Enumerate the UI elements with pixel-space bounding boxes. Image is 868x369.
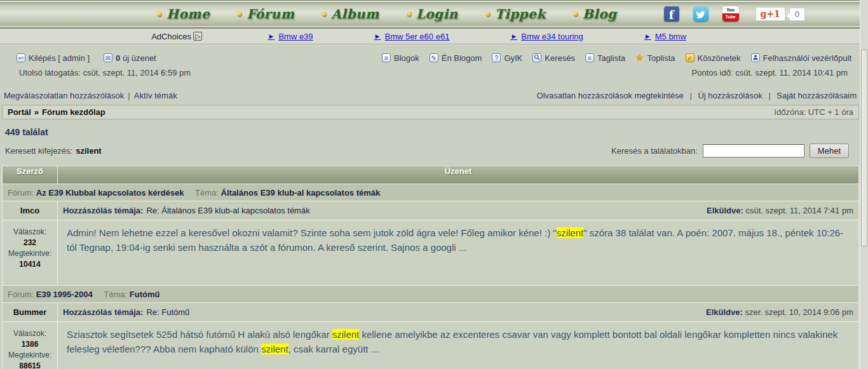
nav-blog-label: Blog	[583, 6, 617, 22]
document-icon: ≡	[382, 53, 391, 62]
subject-label: Hozzászólás témája:	[63, 206, 143, 215]
nav-album-label: Album	[331, 6, 379, 22]
bullet-icon	[574, 12, 578, 17]
message-icon: ✉	[104, 53, 112, 62]
logout-icon: ↩	[17, 53, 25, 62]
logout-link[interactable]: ↩Kilépés [ admin ]	[17, 53, 90, 63]
author-link[interactable]: Bummer	[13, 307, 47, 317]
arrow-icon: ►	[374, 32, 381, 40]
replies-count: 1386	[3, 339, 57, 350]
message-text: Sziasztok segítsetek 525d hátsó futómű H…	[67, 327, 851, 357]
menu-vezerlopult[interactable]: Felhasználói vezérlőpult	[751, 53, 851, 63]
new-messages-link[interactable]: ✉0 új üzenet	[104, 53, 156, 63]
topic-label: Téma:	[195, 188, 219, 198]
author-link[interactable]: Imco	[20, 206, 39, 215]
menu-kereses[interactable]: Keresés	[532, 53, 575, 63]
refine-search: Keresés a találatokban: Mehet	[611, 144, 849, 158]
sent-label: Elküldve:	[706, 307, 743, 317]
timezone-text: Időzóna: UTC + 1 óra	[774, 107, 853, 117]
nav-blog[interactable]: Blog	[574, 6, 617, 22]
ad-bar: AdChoices▷ ►Bmw e39 ►Bmw 5er e60 e61 ►Bm…	[0, 29, 868, 44]
gplus-button[interactable]: g+1	[756, 7, 785, 21]
adchoices-link[interactable]: AdChoices▷	[151, 32, 202, 41]
nav-login[interactable]: Login	[407, 6, 458, 22]
menu-blogok[interactable]: ≡Blogok	[382, 53, 419, 63]
ad-link-label: Bmw e39	[278, 32, 313, 41]
user-bar-right: ≡Blogok ✎Én Blogom ?GyIK Keresés ≡Taglis…	[382, 53, 851, 63]
twitter-icon[interactable]	[693, 6, 709, 22]
nav-home-label: Home	[166, 6, 210, 22]
replies-label: Válaszok:	[3, 328, 57, 339]
menu-gyik[interactable]: ?GyIK	[492, 53, 522, 63]
question-icon: ?	[492, 53, 501, 62]
ad-link-bmw-e34[interactable]: ►Bmw e34 touring	[510, 32, 583, 41]
thanks-icon: ✓	[686, 53, 695, 62]
post-message: Sziasztok segítsetek 525d hátsó futómű H…	[58, 322, 859, 369]
menu-taglista[interactable]: ≡Taglista	[585, 53, 625, 63]
menu-koszonetek[interactable]: ✓Köszönetek	[686, 53, 741, 63]
author-column-header: Szerző	[3, 166, 58, 184]
ad-link-bmw-e39[interactable]: ►Bmw e39	[268, 32, 313, 41]
separator: |	[128, 91, 130, 100]
breadcrumb-forum-home[interactable]: Fórum kezdőlap	[42, 107, 105, 117]
go-button[interactable]: Mehet	[810, 144, 849, 158]
nav-forum-label: Fórum	[247, 6, 294, 22]
refine-label: Keresés a találatokban:	[611, 146, 698, 156]
post-body-row: Válaszok: 1386 Megtekintve: 88615 Sziasz…	[3, 322, 859, 369]
forum-link[interactable]: E39 1995-2004	[36, 290, 93, 299]
link-my-posts[interactable]: Saját hozzászólásaim	[776, 91, 857, 100]
table-header-row: Szerző Üzenet	[3, 166, 859, 184]
section-row: Fórum: E39 1995-2004 Téma: Futómű	[3, 286, 859, 303]
subject-link[interactable]: Re: Futómű	[146, 307, 189, 317]
menu-en-blogom[interactable]: ✎Én Blogom	[430, 53, 482, 63]
refine-search-input[interactable]	[703, 144, 804, 158]
scrollbar-thumb[interactable]	[861, 50, 868, 246]
separator: |	[768, 91, 770, 100]
menu-toplista[interactable]: ★Toplista	[635, 53, 675, 63]
post-stats: Válaszok: 1386 Megtekintve: 88615	[3, 322, 58, 369]
section-row: Fórum: Az E39 Klubbal kapcsolatos kérdés…	[3, 184, 859, 201]
topic-link[interactable]: Futómű	[130, 290, 160, 299]
views-count: 10414	[3, 259, 57, 270]
search-icon	[532, 53, 541, 62]
bullet-icon	[238, 12, 242, 17]
vertical-scrollbar[interactable]	[860, 0, 868, 369]
query-label: Keresett kifejezés:	[5, 146, 72, 156]
nav-home[interactable]: Home	[158, 6, 210, 22]
user-bar-left: ↩Kilépés [ admin ] ✉0 új üzenet	[17, 53, 156, 63]
link-active-topics[interactable]: Aktív témák	[134, 91, 177, 100]
facebook-icon[interactable]: f	[664, 6, 679, 22]
nav-album[interactable]: Album	[322, 6, 379, 22]
link-view-unread-posts[interactable]: Olvasatlan hozzászólások megtekintése	[537, 91, 684, 100]
breadcrumb-portal[interactable]: Portál	[8, 107, 31, 117]
separator: |	[689, 91, 691, 100]
subject-link[interactable]: Re: Általános E39 klub-al kapcsolatos té…	[146, 206, 309, 215]
replies-label: Válaszok:	[3, 227, 57, 238]
list-icon: ≡	[585, 53, 594, 62]
nav-forum[interactable]: Fórum	[238, 6, 294, 22]
post-stats: Válaszok: 232 Megtekintve: 10414	[3, 220, 58, 286]
forum-link[interactable]: Az E39 Klubbal kapcsolatos kérdések	[36, 188, 184, 198]
bullet-icon	[407, 12, 412, 17]
topic-link[interactable]: Általános E39 klub-al kapcsolatos témák	[221, 188, 381, 198]
results-count: 449 találat	[5, 127, 868, 137]
youtube-icon-bottom: Tube	[722, 13, 739, 22]
views-label: Megtekintve:	[3, 248, 57, 259]
forum-label: Fórum:	[8, 188, 34, 198]
bullet-icon	[158, 12, 162, 17]
sent-info: Elküldve: csüt. szept. 11, 2014 7:41 pm	[707, 206, 853, 215]
adchoices-label: AdChoices	[151, 32, 191, 41]
sent-date: szer. szept. 10, 2014 9:06 pm	[745, 307, 853, 317]
youtube-icon[interactable]: YouTube	[722, 6, 739, 22]
search-row: Keresett kifejezés: szilent Keresés a ta…	[0, 143, 868, 158]
nav-tippek[interactable]: Tippek	[486, 6, 546, 22]
ad-link-bmw-5er[interactable]: ►Bmw 5er e60 e61	[374, 32, 450, 41]
link-new-posts[interactable]: Új hozzászólások	[698, 91, 762, 100]
ad-link-m5-bmw[interactable]: ►M5 bmw	[644, 32, 686, 41]
bullet-icon	[486, 12, 491, 17]
post-body-row: Válaszok: 232 Megtekintve: 10414 Admin! …	[3, 220, 859, 286]
logout-label: Kilépés [ admin ]	[29, 53, 90, 63]
link-unanswered-posts[interactable]: Megválaszolatlan hozzászólások	[4, 91, 124, 100]
subject-label: Hozzászólás témája:	[63, 307, 143, 317]
gplus-widget: g+1 0	[756, 7, 806, 21]
